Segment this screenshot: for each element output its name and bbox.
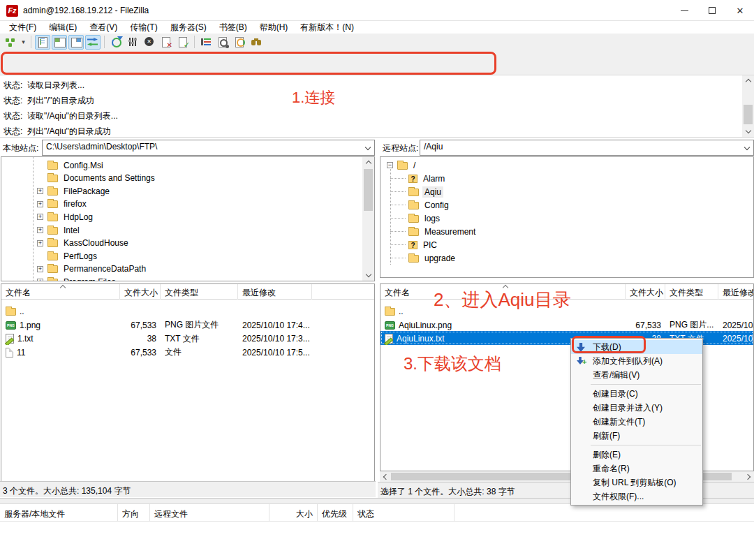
- disconnect-button[interactable]: [158, 35, 174, 50]
- local-file-row[interactable]: 1167,533文件2025/10/10 17:5...: [1, 345, 374, 359]
- expand-icon[interactable]: +: [37, 279, 43, 281]
- local-site-combo[interactable]: C:\Users\admin\Desktop\FTP\: [42, 140, 375, 156]
- log-scrollbar-thumb[interactable]: [744, 105, 753, 124]
- menu-item-3[interactable]: 查看(V): [83, 21, 124, 34]
- expand-icon[interactable]: +: [37, 214, 43, 220]
- remote-tree-item[interactable]: Aqiu: [408, 185, 443, 198]
- local-tree-item[interactable]: +Program Files: [37, 275, 118, 281]
- local-tree-item[interactable]: +KassCloudHouse: [37, 237, 131, 250]
- remote-tree-item[interactable]: Measurement: [408, 225, 478, 238]
- context-menu-item-copy-url[interactable]: 复制 URL 到剪贴板(O): [571, 476, 702, 489]
- toolbar-separator: [194, 36, 195, 48]
- remote-tree-item[interactable]: ?PIC: [408, 238, 439, 251]
- local-file-row[interactable]: ..: [1, 304, 374, 318]
- context-menu-item-add-to-queue[interactable]: +添加文件到队列(A): [571, 354, 702, 368]
- local-column-header[interactable]: 最近修改: [238, 284, 312, 300]
- local-tree-item[interactable]: +firefox: [37, 198, 89, 211]
- local-tree-item[interactable]: +Intel: [37, 223, 82, 237]
- toggle-local-tree-button[interactable]: [52, 35, 67, 50]
- context-menu-item-view-edit[interactable]: 查看/编辑(V): [571, 368, 702, 382]
- remote-tree-item[interactable]: −/: [387, 159, 417, 172]
- context-menu-item-create-new-file[interactable]: 创建新文件(T): [571, 415, 702, 429]
- expand-icon[interactable]: +: [37, 201, 43, 207]
- local-tree-item[interactable]: Documents and Settings: [37, 172, 157, 185]
- local-tree-item[interactable]: +PermanenceDataPath: [37, 263, 148, 276]
- site-manager-dropdown[interactable]: ▾: [19, 35, 28, 50]
- context-menu-item-create-directory[interactable]: 创建目录(C): [571, 387, 702, 401]
- expand-icon[interactable]: +: [37, 240, 43, 246]
- expand-icon[interactable]: +: [37, 188, 43, 194]
- reconnect-button[interactable]: [175, 35, 191, 50]
- scroll-up-icon[interactable]: [362, 157, 374, 168]
- process-queue-button[interactable]: [125, 35, 140, 50]
- queue-column-header[interactable]: 服务器/本地文件: [0, 504, 118, 522]
- local-cell: 38: [120, 331, 161, 345]
- maximize-button[interactable]: [698, 0, 726, 21]
- queue-column-header[interactable]: 远程文件: [150, 504, 269, 522]
- remote-site-combo[interactable]: /Aqiu: [420, 140, 754, 156]
- context-menu-label: 添加文件到队列(A): [593, 355, 663, 367]
- cancel-button[interactable]: [142, 35, 157, 50]
- log-scrollbar[interactable]: [742, 75, 754, 137]
- local-file-row[interactable]: PNG1.png67,533PNG 图片文件2025/10/10 17:4...: [1, 318, 374, 332]
- tree-item-label: FilePackage: [61, 186, 112, 197]
- remote-column-header[interactable]: 文件名: [380, 284, 626, 300]
- refresh-button[interactable]: [108, 35, 124, 50]
- context-menu-item-create-directory-enter[interactable]: 创建目录并进入(Y): [571, 401, 702, 415]
- scroll-down-icon[interactable]: [742, 126, 754, 137]
- minimize-button[interactable]: [670, 0, 698, 21]
- local-tree-scrollbar[interactable]: [362, 157, 374, 281]
- local-column-header[interactable]: 文件名: [1, 284, 120, 300]
- remote-column-header[interactable]: 最近修改: [718, 284, 754, 300]
- local-file-row[interactable]: 1.txt38TXT 文件2025/10/10 17:3...: [1, 331, 374, 345]
- queue-column-header[interactable]: 方向: [118, 504, 150, 522]
- context-menu-item-file-permissions[interactable]: 文件权限(F)...: [571, 489, 702, 503]
- queue-column-header[interactable]: 大小: [269, 504, 318, 522]
- context-menu-item-rename[interactable]: 重命名(R): [571, 462, 702, 476]
- site-manager-button[interactable]: [3, 35, 18, 50]
- menu-item-2[interactable]: 编辑(E): [43, 21, 83, 34]
- menu-item-5[interactable]: 服务器(S): [164, 21, 213, 34]
- toggle-message-log-button[interactable]: [35, 35, 50, 50]
- synchronized-browsing-button[interactable]: [232, 35, 247, 50]
- toggle-transfer-queue-button[interactable]: [85, 35, 101, 50]
- local-column-header[interactable]: 文件大小: [120, 284, 161, 300]
- remote-tree-item[interactable]: Config: [408, 198, 451, 212]
- menu-item-7[interactable]: 帮助(H): [253, 21, 295, 34]
- scroll-left-icon[interactable]: [380, 471, 390, 482]
- queue-column-header[interactable]: 状态: [353, 504, 454, 522]
- local-column-header[interactable]: 文件类型: [161, 284, 238, 300]
- collapse-icon[interactable]: −: [387, 162, 393, 168]
- context-menu-item-download[interactable]: 下载(D): [571, 340, 702, 354]
- filename-filters-button[interactable]: [198, 35, 214, 50]
- menu-item-4[interactable]: 传输(T): [124, 21, 163, 34]
- remote-tree-item[interactable]: upgrade: [408, 251, 457, 265]
- remote-tree-item[interactable]: ?Alarm: [408, 172, 447, 185]
- remote-column-header[interactable]: 文件大小: [626, 284, 665, 300]
- scroll-up-icon[interactable]: [742, 75, 754, 86]
- menu-item-8[interactable]: 有新版本！(N): [294, 21, 360, 34]
- queue-column-header[interactable]: 优先级: [318, 504, 353, 522]
- scroll-right-icon[interactable]: [744, 471, 754, 482]
- menu-item-6[interactable]: 书签(B): [213, 21, 253, 34]
- menu-item-1[interactable]: 文件(F): [3, 21, 43, 34]
- context-menu-item-delete[interactable]: 删除(E): [571, 448, 702, 462]
- remote-tree-item[interactable]: logs: [408, 212, 442, 225]
- local-tree-scrollbar-thumb[interactable]: [364, 169, 373, 211]
- toggle-remote-tree-button[interactable]: [68, 35, 84, 50]
- context-menu-item-refresh[interactable]: 刷新(F): [571, 429, 702, 443]
- close-button[interactable]: ✕: [726, 0, 754, 21]
- remote-file-row[interactable]: PNGAqiuLinux.png67,533PNG 图片...2025/10/1…: [380, 318, 753, 332]
- remote-file-row[interactable]: ..: [380, 304, 753, 318]
- local-tree-item[interactable]: Config.Msi: [37, 159, 105, 172]
- scroll-down-icon[interactable]: [362, 270, 374, 281]
- remote-column-header[interactable]: 文件类型: [665, 284, 718, 300]
- expand-icon[interactable]: +: [37, 227, 43, 233]
- remote-cell-text: 2025/10/1...: [723, 320, 754, 330]
- local-tree-item[interactable]: PerfLogs: [37, 249, 99, 263]
- directory-comparison-button[interactable]: [249, 35, 264, 50]
- file-search-button[interactable]: [215, 35, 230, 50]
- local-tree-item[interactable]: +HdpLog: [37, 210, 95, 223]
- expand-icon[interactable]: +: [37, 266, 43, 272]
- local-tree-item[interactable]: +FilePackage: [37, 184, 112, 198]
